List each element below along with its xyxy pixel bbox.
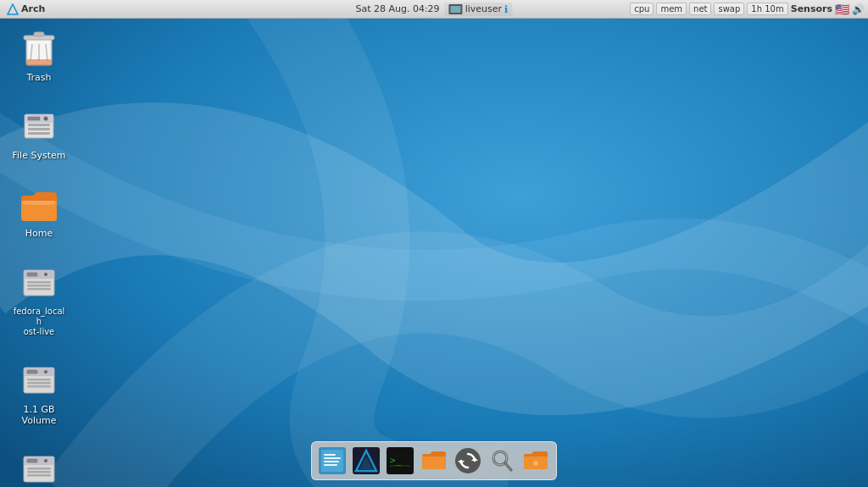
desktop-icons-container: Trash File System <box>8 25 70 487</box>
svg-rect-22 <box>27 285 51 287</box>
taskbar-folder1[interactable] <box>418 445 450 477</box>
svg-marker-1 <box>8 4 18 14</box>
vol2-icon-img <box>19 450 59 487</box>
trash-icon[interactable]: Trash <box>8 25 70 86</box>
svg-rect-13 <box>28 124 50 126</box>
panel-right: cpu mem net swap 1h 10m Sensors 🇺🇸 🔊 <box>630 3 865 16</box>
svg-rect-30 <box>27 385 51 388</box>
search-taskbar-icon <box>488 447 515 474</box>
panel-left: Arch <box>3 3 48 15</box>
svg-rect-37 <box>27 474 51 477</box>
vol2-icon[interactable]: 1.6 GBVolume <box>8 446 70 487</box>
vol2-svg <box>21 451 57 487</box>
fedora-icon-img <box>19 263 59 304</box>
fedora-label: fedora_localhost-live <box>12 307 66 337</box>
mem-stat[interactable]: mem <box>656 3 687 15</box>
home-svg <box>19 187 58 223</box>
flag-icon[interactable]: 🇺🇸 <box>835 3 849 16</box>
filesystem-icon-img <box>19 107 59 147</box>
svg-rect-40 <box>324 454 336 456</box>
panel-center: Sat 28 Aug. 04:29 liveuser ℹ <box>355 3 512 16</box>
svg-text:>_: >_ <box>390 455 402 466</box>
trash-label: Trash <box>26 72 51 83</box>
home-label: Home <box>25 228 53 239</box>
uptime-stat[interactable]: 1h 10m <box>747 3 787 15</box>
svg-rect-42 <box>324 461 339 462</box>
svg-point-34 <box>44 459 47 462</box>
user-info-icon: ℹ <box>504 3 509 15</box>
svg-rect-23 <box>27 288 51 291</box>
top-panel: Arch Sat 28 Aug. 04:29 liveuser ℹ cpu me… <box>0 0 868 19</box>
monitor-icon <box>449 4 463 14</box>
fedora-icon[interactable]: fedora_localhost-live <box>8 260 70 340</box>
svg-rect-28 <box>27 379 51 381</box>
folder1-taskbar-icon <box>420 447 448 474</box>
home-icon[interactable]: Home <box>8 181 70 242</box>
desktop: Arch Sat 28 Aug. 04:29 liveuser ℹ cpu me… <box>0 0 868 487</box>
svg-rect-36 <box>27 471 51 473</box>
svg-point-27 <box>44 370 47 374</box>
taskbar: >_ <box>311 441 557 480</box>
home-icon-img <box>19 185 59 225</box>
arch-label: Arch <box>21 3 45 14</box>
terminal-taskbar-icon: >_ <box>387 447 414 474</box>
vol1-icon-img <box>19 361 59 401</box>
arch-icon <box>7 3 19 15</box>
panel-datetime: Sat 28 Aug. 04:29 <box>355 3 439 14</box>
svg-line-56 <box>505 463 511 470</box>
taskbar-backup[interactable] <box>452 445 484 477</box>
backup-taskbar-icon <box>454 447 481 474</box>
taskbar-arch[interactable] <box>350 445 382 477</box>
svg-rect-35 <box>27 468 51 470</box>
svg-rect-12 <box>28 117 40 120</box>
trash-icon-img <box>19 29 59 69</box>
cpu-stat[interactable]: cpu <box>630 3 654 15</box>
vol1-label: 1.1 GBVolume <box>22 404 57 426</box>
fedora-svg <box>21 265 57 302</box>
filesystem-svg <box>21 108 57 147</box>
volume-icon[interactable]: 🔊 <box>852 3 865 15</box>
folder2-taskbar-icon <box>522 447 549 474</box>
filesystem-label: File System <box>13 150 66 161</box>
trash-svg <box>21 30 57 69</box>
desktop-background <box>0 0 868 487</box>
vol1-svg <box>21 362 57 400</box>
sensors-label[interactable]: Sensors <box>791 3 832 14</box>
swap-stat[interactable]: swap <box>714 3 744 15</box>
svg-rect-19 <box>27 273 37 276</box>
svg-rect-29 <box>27 382 51 385</box>
svg-rect-26 <box>27 370 37 374</box>
svg-rect-14 <box>28 128 50 130</box>
svg-rect-33 <box>27 459 37 462</box>
svg-rect-41 <box>324 457 341 459</box>
svg-rect-43 <box>324 464 337 466</box>
svg-rect-21 <box>27 281 51 284</box>
taskbar-folder2[interactable] <box>520 445 552 477</box>
arch-logo[interactable]: Arch <box>3 3 48 15</box>
username-label: liveuser <box>465 3 502 14</box>
net-stat[interactable]: net <box>689 3 711 15</box>
filesystem-icon[interactable]: File System <box>8 103 70 164</box>
svg-rect-5 <box>34 32 44 36</box>
arch-taskbar-icon <box>353 447 380 474</box>
svg-rect-15 <box>28 132 50 135</box>
vol1-icon[interactable]: 1.1 GBVolume <box>8 357 70 429</box>
panel-user[interactable]: liveuser ℹ <box>445 3 513 16</box>
taskbar-files[interactable] <box>316 445 348 477</box>
files-taskbar-icon <box>319 447 346 474</box>
svg-rect-9 <box>26 59 52 65</box>
taskbar-terminal[interactable]: >_ <box>384 445 416 477</box>
taskbar-search[interactable] <box>486 445 518 477</box>
svg-point-16 <box>44 117 48 121</box>
svg-point-20 <box>44 273 47 276</box>
svg-point-57 <box>533 461 538 466</box>
